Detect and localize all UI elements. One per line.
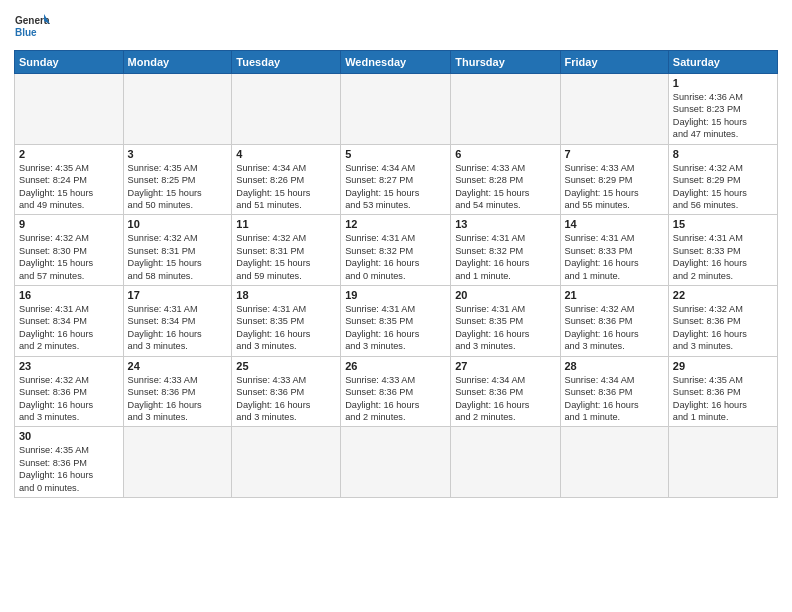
day-number: 15	[673, 218, 773, 230]
day-number: 10	[128, 218, 228, 230]
day-info: Sunrise: 4:32 AM Sunset: 8:29 PM Dayligh…	[673, 162, 773, 212]
header-tuesday: Tuesday	[232, 51, 341, 74]
day-info: Sunrise: 4:31 AM Sunset: 8:34 PM Dayligh…	[128, 303, 228, 353]
calendar-cell	[123, 427, 232, 498]
day-number: 24	[128, 360, 228, 372]
calendar-header: SundayMondayTuesdayWednesdayThursdayFrid…	[15, 51, 778, 74]
day-number: 9	[19, 218, 119, 230]
day-number: 14	[565, 218, 664, 230]
day-number: 8	[673, 148, 773, 160]
calendar-cell	[15, 74, 124, 145]
calendar-cell	[123, 74, 232, 145]
calendar-cell	[451, 74, 560, 145]
day-info: Sunrise: 4:33 AM Sunset: 8:36 PM Dayligh…	[345, 374, 446, 424]
day-number: 6	[455, 148, 555, 160]
day-info: Sunrise: 4:35 AM Sunset: 8:36 PM Dayligh…	[673, 374, 773, 424]
day-number: 19	[345, 289, 446, 301]
calendar-cell: 25Sunrise: 4:33 AM Sunset: 8:36 PM Dayli…	[232, 356, 341, 427]
calendar-cell: 29Sunrise: 4:35 AM Sunset: 8:36 PM Dayli…	[668, 356, 777, 427]
day-info: Sunrise: 4:31 AM Sunset: 8:35 PM Dayligh…	[236, 303, 336, 353]
day-number: 17	[128, 289, 228, 301]
day-info: Sunrise: 4:34 AM Sunset: 8:26 PM Dayligh…	[236, 162, 336, 212]
day-info: Sunrise: 4:32 AM Sunset: 8:36 PM Dayligh…	[19, 374, 119, 424]
day-info: Sunrise: 4:31 AM Sunset: 8:32 PM Dayligh…	[455, 232, 555, 282]
calendar-cell: 24Sunrise: 4:33 AM Sunset: 8:36 PM Dayli…	[123, 356, 232, 427]
calendar-cell: 22Sunrise: 4:32 AM Sunset: 8:36 PM Dayli…	[668, 286, 777, 357]
week-row-6: 30Sunrise: 4:35 AM Sunset: 8:36 PM Dayli…	[15, 427, 778, 498]
calendar-cell: 21Sunrise: 4:32 AM Sunset: 8:36 PM Dayli…	[560, 286, 668, 357]
calendar-cell: 20Sunrise: 4:31 AM Sunset: 8:35 PM Dayli…	[451, 286, 560, 357]
calendar-cell: 5Sunrise: 4:34 AM Sunset: 8:27 PM Daylig…	[341, 144, 451, 215]
day-info: Sunrise: 4:31 AM Sunset: 8:33 PM Dayligh…	[565, 232, 664, 282]
day-info: Sunrise: 4:31 AM Sunset: 8:33 PM Dayligh…	[673, 232, 773, 282]
week-row-1: 1Sunrise: 4:36 AM Sunset: 8:23 PM Daylig…	[15, 74, 778, 145]
day-info: Sunrise: 4:32 AM Sunset: 8:30 PM Dayligh…	[19, 232, 119, 282]
header-friday: Friday	[560, 51, 668, 74]
calendar-cell: 15Sunrise: 4:31 AM Sunset: 8:33 PM Dayli…	[668, 215, 777, 286]
calendar-cell: 11Sunrise: 4:32 AM Sunset: 8:31 PM Dayli…	[232, 215, 341, 286]
calendar-cell: 16Sunrise: 4:31 AM Sunset: 8:34 PM Dayli…	[15, 286, 124, 357]
calendar-table: SundayMondayTuesdayWednesdayThursdayFrid…	[14, 50, 778, 498]
day-number: 21	[565, 289, 664, 301]
calendar-cell: 27Sunrise: 4:34 AM Sunset: 8:36 PM Dayli…	[451, 356, 560, 427]
day-number: 18	[236, 289, 336, 301]
day-info: Sunrise: 4:31 AM Sunset: 8:35 PM Dayligh…	[455, 303, 555, 353]
day-number: 27	[455, 360, 555, 372]
header-sunday: Sunday	[15, 51, 124, 74]
day-number: 4	[236, 148, 336, 160]
day-info: Sunrise: 4:32 AM Sunset: 8:31 PM Dayligh…	[128, 232, 228, 282]
calendar-cell	[451, 427, 560, 498]
day-info: Sunrise: 4:31 AM Sunset: 8:32 PM Dayligh…	[345, 232, 446, 282]
day-number: 3	[128, 148, 228, 160]
day-info: Sunrise: 4:32 AM Sunset: 8:31 PM Dayligh…	[236, 232, 336, 282]
day-number: 25	[236, 360, 336, 372]
week-row-2: 2Sunrise: 4:35 AM Sunset: 8:24 PM Daylig…	[15, 144, 778, 215]
calendar-cell	[341, 427, 451, 498]
calendar-cell: 3Sunrise: 4:35 AM Sunset: 8:25 PM Daylig…	[123, 144, 232, 215]
svg-text:Blue: Blue	[15, 27, 37, 38]
week-row-3: 9Sunrise: 4:32 AM Sunset: 8:30 PM Daylig…	[15, 215, 778, 286]
day-number: 29	[673, 360, 773, 372]
calendar-cell	[232, 74, 341, 145]
header-row: SundayMondayTuesdayWednesdayThursdayFrid…	[15, 51, 778, 74]
calendar-body: 1Sunrise: 4:36 AM Sunset: 8:23 PM Daylig…	[15, 74, 778, 498]
day-number: 22	[673, 289, 773, 301]
day-info: Sunrise: 4:32 AM Sunset: 8:36 PM Dayligh…	[673, 303, 773, 353]
week-row-4: 16Sunrise: 4:31 AM Sunset: 8:34 PM Dayli…	[15, 286, 778, 357]
day-info: Sunrise: 4:34 AM Sunset: 8:36 PM Dayligh…	[455, 374, 555, 424]
day-number: 11	[236, 218, 336, 230]
day-info: Sunrise: 4:33 AM Sunset: 8:36 PM Dayligh…	[236, 374, 336, 424]
day-info: Sunrise: 4:35 AM Sunset: 8:25 PM Dayligh…	[128, 162, 228, 212]
day-info: Sunrise: 4:31 AM Sunset: 8:35 PM Dayligh…	[345, 303, 446, 353]
day-number: 12	[345, 218, 446, 230]
calendar-cell	[668, 427, 777, 498]
calendar-cell: 30Sunrise: 4:35 AM Sunset: 8:36 PM Dayli…	[15, 427, 124, 498]
day-info: Sunrise: 4:33 AM Sunset: 8:29 PM Dayligh…	[565, 162, 664, 212]
calendar-cell: 10Sunrise: 4:32 AM Sunset: 8:31 PM Dayli…	[123, 215, 232, 286]
calendar-cell: 12Sunrise: 4:31 AM Sunset: 8:32 PM Dayli…	[341, 215, 451, 286]
day-number: 26	[345, 360, 446, 372]
day-number: 30	[19, 430, 119, 442]
day-info: Sunrise: 4:32 AM Sunset: 8:36 PM Dayligh…	[565, 303, 664, 353]
calendar-cell: 9Sunrise: 4:32 AM Sunset: 8:30 PM Daylig…	[15, 215, 124, 286]
calendar-cell	[560, 74, 668, 145]
calendar-cell	[341, 74, 451, 145]
calendar-cell: 1Sunrise: 4:36 AM Sunset: 8:23 PM Daylig…	[668, 74, 777, 145]
day-number: 13	[455, 218, 555, 230]
logo-svg: General Blue	[14, 10, 50, 46]
day-number: 2	[19, 148, 119, 160]
day-number: 16	[19, 289, 119, 301]
day-info: Sunrise: 4:34 AM Sunset: 8:27 PM Dayligh…	[345, 162, 446, 212]
day-info: Sunrise: 4:35 AM Sunset: 8:36 PM Dayligh…	[19, 444, 119, 494]
calendar-cell	[232, 427, 341, 498]
calendar-cell: 7Sunrise: 4:33 AM Sunset: 8:29 PM Daylig…	[560, 144, 668, 215]
calendar-cell	[560, 427, 668, 498]
day-info: Sunrise: 4:31 AM Sunset: 8:34 PM Dayligh…	[19, 303, 119, 353]
header-thursday: Thursday	[451, 51, 560, 74]
week-row-5: 23Sunrise: 4:32 AM Sunset: 8:36 PM Dayli…	[15, 356, 778, 427]
calendar-cell: 17Sunrise: 4:31 AM Sunset: 8:34 PM Dayli…	[123, 286, 232, 357]
calendar-cell: 13Sunrise: 4:31 AM Sunset: 8:32 PM Dayli…	[451, 215, 560, 286]
day-info: Sunrise: 4:33 AM Sunset: 8:36 PM Dayligh…	[128, 374, 228, 424]
calendar-cell: 19Sunrise: 4:31 AM Sunset: 8:35 PM Dayli…	[341, 286, 451, 357]
calendar-cell: 26Sunrise: 4:33 AM Sunset: 8:36 PM Dayli…	[341, 356, 451, 427]
